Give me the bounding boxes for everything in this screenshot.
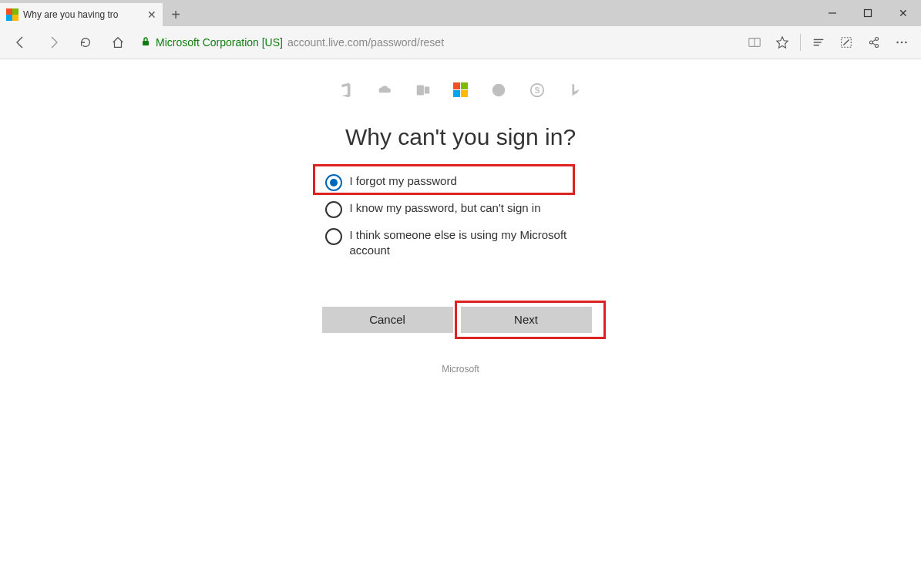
close-window-button[interactable]: ✕ bbox=[886, 0, 921, 26]
skype-icon: S bbox=[529, 82, 546, 99]
close-tab-icon[interactable]: ✕ bbox=[147, 8, 156, 21]
url-text: account.live.com/password/reset bbox=[287, 36, 444, 49]
microsoft-favicon bbox=[6, 8, 18, 21]
next-button[interactable]: Next bbox=[461, 307, 592, 333]
svg-point-16 bbox=[905, 42, 907, 44]
reason-options: I forgot my password I know my password,… bbox=[322, 169, 600, 264]
svg-point-14 bbox=[896, 42, 899, 44]
outlook-icon bbox=[415, 82, 432, 99]
svg-line-12 bbox=[872, 39, 876, 42]
svg-rect-2 bbox=[143, 41, 149, 45]
reading-view-icon[interactable] bbox=[741, 28, 768, 57]
option-someone-else[interactable]: I think someone else is using my Microso… bbox=[322, 223, 600, 264]
svg-rect-18 bbox=[424, 86, 429, 93]
microsoft-logo-icon bbox=[453, 82, 469, 98]
toolbar-separator bbox=[800, 34, 801, 51]
onedrive-icon bbox=[376, 82, 393, 99]
option-forgot-password[interactable]: I forgot my password bbox=[322, 169, 600, 196]
page-content: S Why can't you sign in? I forgot my pas… bbox=[0, 59, 921, 375]
svg-rect-1 bbox=[865, 10, 872, 17]
option-label: I think someone else is using my Microso… bbox=[350, 227, 597, 259]
maximize-button[interactable] bbox=[850, 0, 886, 26]
page-heading: Why can't you sign in? bbox=[345, 124, 576, 150]
button-row: Cancel Next bbox=[322, 307, 600, 333]
home-button[interactable] bbox=[103, 28, 133, 57]
svg-point-15 bbox=[901, 42, 903, 44]
svg-point-10 bbox=[876, 38, 879, 41]
lock-icon bbox=[140, 36, 151, 49]
microsoft-services-row: S bbox=[338, 81, 584, 99]
security-certificate-label: Microsoft Corporation [US] bbox=[156, 36, 283, 49]
tab-title: Why are you having tro bbox=[23, 9, 143, 20]
web-note-icon[interactable] bbox=[833, 28, 859, 57]
window-controls: ✕ bbox=[815, 0, 921, 26]
cancel-button[interactable]: Cancel bbox=[322, 307, 453, 333]
svg-line-13 bbox=[872, 43, 876, 45]
svg-rect-17 bbox=[416, 86, 423, 96]
xbox-icon bbox=[490, 82, 507, 99]
forward-button[interactable] bbox=[39, 28, 68, 57]
browser-tab[interactable]: Why are you having tro ✕ bbox=[0, 3, 163, 26]
svg-point-11 bbox=[876, 45, 879, 48]
footer-brand: Microsoft bbox=[442, 364, 479, 375]
radio-icon bbox=[325, 174, 342, 191]
svg-point-19 bbox=[492, 84, 505, 97]
browser-toolbar: Microsoft Corporation [US] account.live.… bbox=[0, 26, 921, 59]
new-tab-button[interactable]: + bbox=[163, 3, 189, 26]
option-label: I forgot my password bbox=[350, 173, 457, 189]
back-button[interactable] bbox=[6, 28, 35, 57]
option-label: I know my password, but can't sign in bbox=[350, 200, 541, 216]
tab-strip: Why are you having tro ✕ + ✕ bbox=[0, 0, 921, 26]
share-icon[interactable] bbox=[861, 28, 887, 57]
address-bar[interactable]: Microsoft Corporation [US] account.live.… bbox=[136, 31, 738, 54]
bing-icon bbox=[567, 82, 584, 99]
more-menu-icon[interactable] bbox=[889, 28, 915, 57]
favorite-star-icon[interactable] bbox=[769, 28, 795, 57]
svg-text:S: S bbox=[534, 86, 539, 95]
radio-icon bbox=[325, 201, 342, 218]
hub-icon[interactable] bbox=[805, 28, 832, 57]
minimize-button[interactable] bbox=[815, 0, 850, 26]
refresh-button[interactable] bbox=[71, 28, 100, 57]
svg-point-9 bbox=[869, 41, 872, 44]
radio-icon bbox=[325, 228, 342, 245]
option-know-password[interactable]: I know my password, but can't sign in bbox=[322, 196, 600, 223]
office-icon bbox=[338, 82, 355, 99]
